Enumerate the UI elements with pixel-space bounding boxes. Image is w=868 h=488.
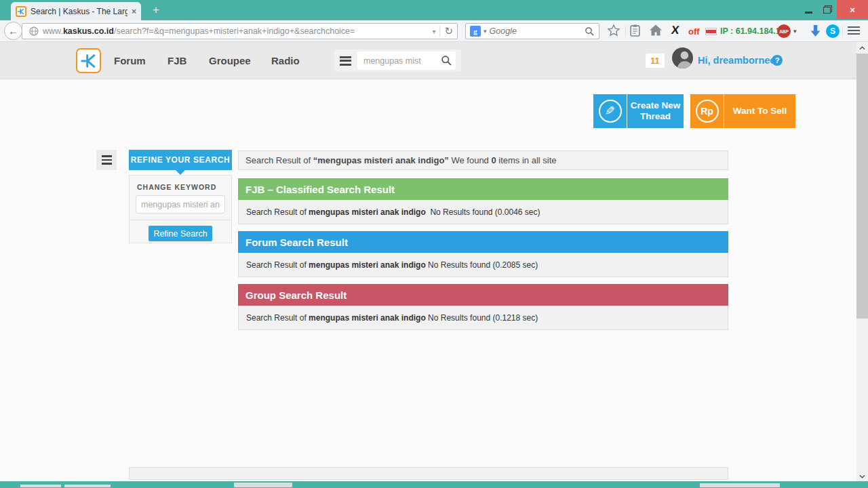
result-prefix: Search Result of (246, 313, 309, 323)
result-prefix: Search Result of (246, 260, 309, 270)
close-button[interactable]: × (837, 0, 868, 19)
result-query: mengupas misteri anak indigo (309, 207, 426, 217)
toolbar-divider (842, 26, 843, 37)
taskbar-fragment (20, 485, 61, 487)
result-status: No Results found (0.2085 sec) (426, 260, 538, 270)
refine-search-button[interactable]: Refine Search (149, 226, 212, 241)
sidebar-toggle-button[interactable] (96, 150, 117, 170)
reading-list-icon[interactable] (629, 24, 641, 37)
forum-section-body: Search Result of mengupas misteri anak i… (238, 253, 728, 277)
want-to-sell-button[interactable]: Rp Want To Sell (690, 94, 795, 128)
urlbar-divider (439, 26, 440, 37)
firefox-menu-icon[interactable] (848, 24, 860, 37)
notification-badge[interactable]: 11 (646, 54, 665, 68)
kaskus-search-magnifier-icon[interactable] (441, 55, 452, 69)
scrollbar-thumb[interactable] (856, 54, 868, 319)
fjb-section-body: Search Result of mengupas misteri anak i… (238, 200, 728, 224)
result-prefix: Search Result of (246, 207, 309, 217)
url-bar[interactable]: www.kaskus.co.id/search?f=&q=mengupas+mi… (22, 23, 458, 39)
result-query: mengupas misteri anak indigo (309, 260, 426, 270)
download-arrow-icon[interactable] (810, 24, 821, 37)
back-button[interactable]: ← (4, 22, 22, 40)
extension-x-icon[interactable]: X (671, 24, 680, 37)
change-keyword-label: CHANGE KEYWORD (137, 183, 231, 191)
skype-icon[interactable]: S (826, 24, 840, 38)
summary-suffix: items in all site (496, 155, 557, 165)
taskbar-fragment (64, 485, 111, 487)
nav-radio[interactable]: Radio (271, 55, 300, 66)
kaskus-search-wrap (357, 52, 456, 70)
create-new-thread-button[interactable]: ✎ Create NewThread (593, 94, 684, 128)
kaskus-header: Forum FJB Groupee Radio 11 Hi, dreamborn… (0, 42, 856, 79)
globe-icon (29, 26, 39, 36)
adblock-icon[interactable]: ABP (777, 24, 791, 38)
result-status: No Results found (0.1218 sec) (426, 313, 538, 323)
keyword-input[interactable] (136, 195, 225, 214)
help-icon[interactable]: ? (772, 55, 783, 66)
bookmark-star-icon[interactable] (607, 24, 620, 37)
nav-groupee[interactable]: Groupee (209, 55, 251, 66)
scroll-up-icon[interactable] (856, 42, 868, 54)
want-to-sell-label: Want To Sell (724, 94, 795, 128)
google-engine-icon[interactable]: g (470, 26, 481, 37)
result-query: mengupas misteri anak indigo (309, 313, 426, 323)
browser-toolbar: ← www.kaskus.co.id/search?f=&q=mengupas+… (0, 20, 868, 42)
titlebar: Search | Kaskus - The Large... × + × (0, 0, 868, 20)
empty-footer-bar (129, 467, 728, 480)
user-avatar[interactable] (672, 47, 693, 68)
home-icon[interactable] (649, 24, 663, 37)
forum-section-header: Forum Search Result (238, 231, 728, 253)
vertical-scrollbar[interactable] (856, 42, 868, 482)
user-greeting[interactable]: Hi, dreamborneo (698, 55, 776, 66)
browser-search-bar[interactable]: g ▾ (465, 23, 599, 39)
pencil-icon: ✎ (593, 94, 627, 128)
url-path: /search?f=&q=mengupas+misteri+anak+indig… (114, 26, 355, 36)
tab-title: Search | Kaskus - The Large... (31, 7, 127, 16)
tab-close-icon[interactable]: × (132, 7, 136, 16)
refine-your-search-tab[interactable]: REFINE YOUR SEARCH (129, 150, 232, 170)
summary-count: 0 (491, 155, 496, 165)
taskbar-fragment (700, 483, 780, 487)
url-prefix: www. (43, 26, 63, 36)
browser-search-input[interactable] (490, 26, 582, 36)
search-category-icon[interactable] (340, 54, 351, 67)
panel-divider (130, 220, 231, 220)
rupiah-icon: Rp (690, 94, 724, 128)
restore-button[interactable] (818, 0, 837, 19)
create-new-thread-label: Create NewThread (627, 94, 684, 128)
window-bottom-edge (0, 481, 868, 488)
url-domain: kaskus.co.id (63, 26, 114, 36)
summary-query: “mengupas misteri anak indigo” (313, 155, 449, 165)
url-text: www.kaskus.co.id/search?f=&q=mengupas+mi… (43, 26, 428, 36)
proxy-off-label[interactable]: off (688, 26, 700, 37)
nav-fjb[interactable]: FJB (167, 55, 186, 66)
browser-tab[interactable]: Search | Kaskus - The Large... × (11, 2, 141, 20)
url-dropdown-icon[interactable]: ▾ (432, 28, 435, 35)
taskbar-fragment (234, 483, 292, 487)
search-magnifier-icon[interactable] (585, 26, 595, 37)
engine-dropdown-icon[interactable]: ▾ (484, 28, 487, 35)
window-controls: × (799, 0, 868, 19)
adblock-dropdown-icon[interactable]: ▾ (793, 28, 797, 35)
fjb-section-header: FJB – Classified Search Result (238, 178, 728, 200)
new-tab-button[interactable]: + (147, 3, 165, 18)
reload-icon[interactable]: ↻ (444, 25, 453, 37)
kaskus-favicon-icon (16, 6, 26, 17)
kaskus-logo[interactable] (76, 48, 101, 73)
kaskus-search-group (334, 49, 461, 72)
result-status: No Results found (0.0046 sec) (426, 207, 540, 217)
minimize-button[interactable] (799, 0, 818, 19)
nav-forum[interactable]: Forum (114, 55, 146, 66)
scroll-down-icon[interactable] (856, 470, 868, 482)
browser-window: Search | Kaskus - The Large... × + × ← w… (0, 0, 868, 488)
refine-search-panel: CHANGE KEYWORD Refine Search (129, 175, 232, 243)
group-section-header: Group Search Result (238, 284, 728, 306)
summary-prefix: Search Result of (245, 155, 313, 165)
summary-mid: We found (449, 155, 492, 165)
toolbar-divider (625, 26, 626, 37)
group-section-body: Search Result of mengupas misteri anak i… (238, 306, 728, 330)
indonesia-flag-icon[interactable] (705, 28, 717, 35)
search-summary-bar: Search Result of “mengupas misteri anak … (238, 150, 728, 170)
